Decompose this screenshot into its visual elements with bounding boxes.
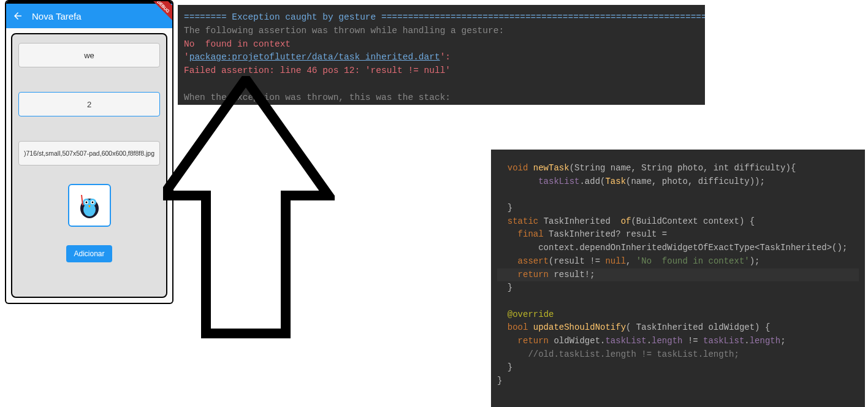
image-url-input[interactable]: )716/st,small,507x507-pad,600x600,f8f8f8… [18,141,160,165]
code-line: return oldWidget.taskList.length != task… [497,336,786,346]
error-console[interactable]: ======== Exception caught by gesture ===… [178,5,705,105]
difficulty-input[interactable]: 2 [18,92,160,116]
phone-screen: Nova Tarefa DEBUG we 2 )716/st,small,507… [6,1,172,303]
code-line: void newTask(String name, String photo, … [497,163,796,173]
phone-emulator: Nova Tarefa DEBUG we 2 )716/st,small,507… [5,0,173,304]
code-line: assert(result != null, 'No found in cont… [497,256,760,266]
code-line: taskList.add(Task(name, photo, difficult… [497,177,765,186]
code-comment: //old.taskList.length != taskList.length… [497,349,739,359]
console-error-line: No found in context [184,39,291,49]
svg-point-6 [85,202,87,204]
code-line: context.dependOnInheritedWidgetOfExactTy… [497,243,847,253]
code-line-highlighted: return result!; [497,268,859,282]
code-line: } [497,283,512,292]
back-arrow-icon[interactable] [12,10,23,21]
task-name-value: we [84,51,94,60]
arrow-annotation [163,76,335,340]
code-line: bool updateShouldNotify( TaskInherited o… [497,322,770,332]
code-line: } [497,203,512,213]
difficulty-value: 2 [87,100,91,109]
penguin-icon [74,190,105,221]
console-error-line: Failed assertion: line 46 pos 12: 'resul… [184,66,451,75]
code-line: @override [497,310,554,319]
image-url-value: )716/st,small,507x507-pad,600x600,f8f8f8… [24,150,154,157]
task-name-input[interactable]: we [18,43,160,67]
svg-point-7 [91,202,93,204]
console-line: ======== Exception caught by gesture ===… [184,12,705,22]
package-link[interactable]: package:projetoflutter/data/task_inherit… [189,52,440,62]
console-line: When the exception was thrown, this was … [184,93,451,102]
app-bar-title: Nova Tarefa [32,11,82,21]
app-bar: Nova Tarefa DEBUG [6,4,172,28]
code-line: final TaskInherited? result = [497,229,667,239]
console-error-line: 'package:projetoflutter/data/task_inheri… [184,52,451,62]
code-line: } [497,376,502,386]
code-line: } [497,362,512,372]
code-line: static TaskInherited of(BuildContext con… [497,216,755,226]
console-line: The following assertion was thrown while… [184,26,504,36]
form-card: we 2 )716/st,small,507x507-pad,600x600,f… [11,33,167,298]
code-editor[interactable]: void newTask(String name, String photo, … [491,150,865,407]
debug-banner: DEBUG [147,1,172,23]
add-button[interactable]: Adicionar [66,245,112,262]
image-preview [68,184,111,227]
